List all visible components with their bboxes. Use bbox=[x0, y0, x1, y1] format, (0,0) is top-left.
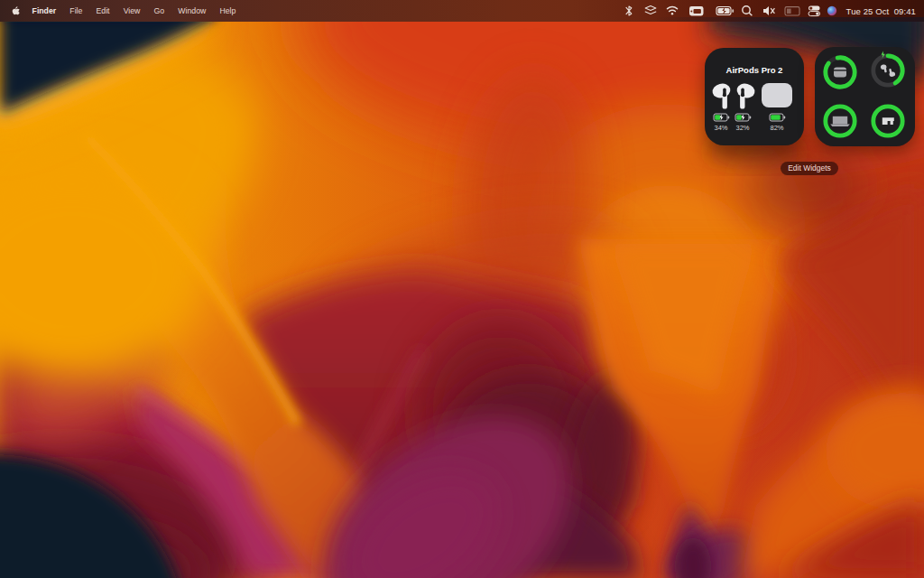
svg-text:82%: 82% bbox=[770, 124, 783, 132]
svg-text:32%: 32% bbox=[735, 124, 749, 132]
svg-text:34%: 34% bbox=[714, 124, 727, 132]
